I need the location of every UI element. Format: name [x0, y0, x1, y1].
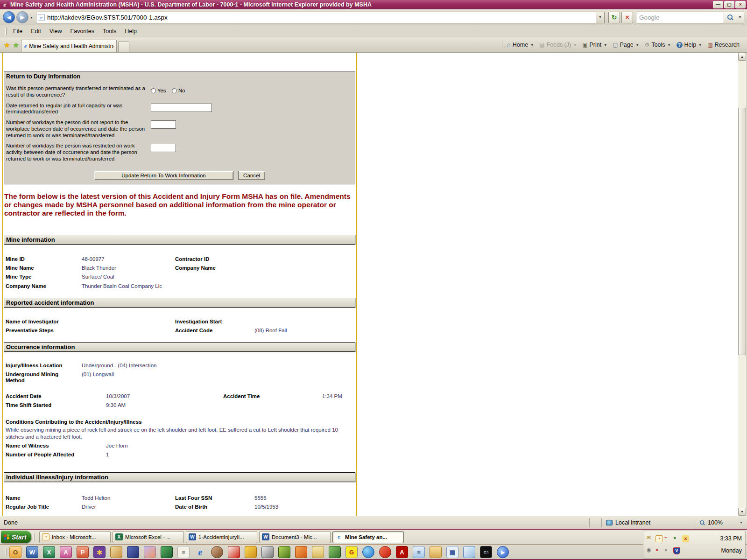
clock-tray-icon[interactable]: ◔: [655, 535, 662, 542]
menu-item[interactable]: Help: [120, 26, 141, 36]
menu-item[interactable]: Favorites: [66, 26, 99, 36]
date-returned-input[interactable]: [151, 104, 212, 112]
menu-item[interactable]: File: [9, 26, 27, 36]
close-button[interactable]: ×: [735, 1, 746, 8]
notepad-quicklaunch-icon[interactable]: ≡: [413, 546, 425, 558]
access-key-quicklaunch-icon[interactable]: A: [60, 546, 72, 558]
return-to-duty-title: Return to Duty Information: [4, 71, 355, 85]
quick-launch-row: OWXAP∗≡eGA≡▦C:\▶: [0, 545, 747, 560]
search-input[interactable]: [636, 14, 724, 21]
error-x-tray-icon[interactable]: ×: [655, 547, 662, 554]
reader-quicklaunch-icon[interactable]: ▦: [446, 546, 458, 558]
section-header-occurrence: Occurrence information: [4, 342, 355, 352]
machine-character-quicklaunch-icon[interactable]: [161, 546, 173, 558]
search-options-caret-icon[interactable]: ▼: [736, 12, 744, 23]
volume-tray-icon[interactable]: ◉: [647, 547, 654, 554]
woodpecker2-character-quicklaunch-icon[interactable]: [379, 546, 391, 558]
command-prompt-quicklaunch-icon[interactable]: C:\: [480, 546, 492, 558]
zoom-magnifier-icon: [700, 520, 705, 525]
update-return-to-work-button[interactable]: Update Return To Work Information: [94, 171, 233, 180]
tools-button[interactable]: ⚙ Tools▼: [642, 40, 674, 50]
browser-tab-active[interactable]: e Mine Safety and Health Administration …: [21, 40, 117, 52]
address-field[interactable]: e http://lakdev3/EGov.STST.501/7000-1.as…: [36, 12, 605, 23]
folder-search-quicklaunch-icon[interactable]: [312, 546, 324, 558]
new-tab-stub[interactable]: [118, 42, 129, 52]
tiger-character-quicklaunch-icon[interactable]: [295, 546, 307, 558]
clock-day: Monday: [707, 547, 742, 554]
favorites-star-icon[interactable]: ★: [4, 42, 10, 49]
cat-character-quicklaunch-icon[interactable]: [261, 546, 274, 558]
acrobat-quicklaunch-icon[interactable]: A: [396, 546, 408, 558]
cancel-button[interactable]: Cancel: [238, 171, 265, 180]
globe-sync-quicklaunch-icon[interactable]: [362, 546, 374, 558]
search-button[interactable]: [724, 12, 736, 23]
address-bar: ◀ ▶ ▼ e http://lakdev3/EGov.STST.501/700…: [0, 9, 747, 25]
signal-tray-icon[interactable]: ~: [664, 535, 671, 542]
document-edit-quicklaunch-icon[interactable]: [463, 546, 475, 558]
media-player-quicklaunch-icon[interactable]: ▶: [497, 546, 509, 558]
taskbar-button-excel[interactable]: X Microsoft Excel - ...: [113, 531, 184, 543]
minimize-button[interactable]: —: [713, 1, 723, 8]
vertical-scrollbar[interactable]: ▲ ▼: [738, 53, 746, 516]
workdays-restricted-input[interactable]: [151, 144, 176, 152]
g-arrow-quicklaunch-icon[interactable]: G: [345, 546, 358, 558]
zoom-level: 100%: [708, 519, 723, 526]
back-button[interactable]: ◀: [3, 11, 15, 23]
woodpecker-character-quicklaunch-icon[interactable]: [228, 546, 240, 558]
maximize-button[interactable]: ▢: [724, 1, 734, 8]
taskbar-button-ie-mine-safety[interactable]: e Mine Safety an...: [332, 531, 404, 543]
menu-item[interactable]: Edit: [27, 26, 45, 36]
excel-quicklaunch-icon[interactable]: X: [43, 546, 55, 558]
newspaper-quicklaunch-icon[interactable]: ≡: [177, 546, 190, 558]
taskbar-button-word-document3[interactable]: W Document3 - Mic...: [259, 531, 331, 543]
occurrence-time-fields: Accident Date10/3/2007 Accident Time1:34…: [6, 393, 353, 408]
key-disabled-tray-icon[interactable]: ×: [682, 535, 689, 542]
duck-character-quicklaunch-icon[interactable]: [110, 546, 122, 558]
squirrel-character-quicklaunch-icon[interactable]: [211, 546, 223, 558]
stop-button[interactable]: ×: [621, 12, 633, 23]
radio-no[interactable]: [172, 88, 177, 93]
crest-quicklaunch-icon[interactable]: [127, 546, 139, 558]
help-button[interactable]: ? Help▼: [674, 40, 705, 50]
zoom-control[interactable]: 100% ▼: [695, 518, 747, 527]
mouse-tray-icon[interactable]: ●: [664, 547, 671, 554]
workdays-lost-input[interactable]: [151, 120, 176, 129]
folder-magnifier-quicklaunch-icon[interactable]: [430, 546, 442, 558]
zoom-caret-icon[interactable]: ▼: [740, 521, 743, 524]
radio-yes[interactable]: [151, 88, 156, 93]
feeds-button[interactable]: ▤ Feeds (J)▼: [536, 40, 579, 50]
scroll-down-arrow[interactable]: ▼: [738, 508, 746, 516]
outlook-quicklaunch-icon[interactable]: O: [9, 546, 21, 558]
pinwheel-quicklaunch-icon[interactable]: ∗: [93, 546, 106, 558]
add-favorite-icon[interactable]: ★: [13, 42, 19, 49]
page-button[interactable]: ▢ Page▼: [610, 40, 641, 50]
scrollbar-thumb[interactable]: [738, 108, 746, 355]
research-button[interactable]: ▥ Research: [705, 40, 742, 50]
start-button[interactable]: Start: [1, 531, 31, 543]
tab-ie-icon: e: [24, 43, 27, 50]
giraffe-character-quicklaunch-icon[interactable]: [245, 546, 257, 558]
recent-pages-caret-icon[interactable]: ▼: [30, 16, 33, 19]
tab-title: Mine Safety and Health Administration ..…: [29, 43, 113, 49]
taskbar-button-outlook-inbox[interactable]: ◔ Inbox - Microsoft...: [39, 531, 111, 543]
mail-tray-icon[interactable]: ✉: [647, 535, 654, 542]
bird-character-quicklaunch-icon[interactable]: [144, 546, 156, 558]
home-button[interactable]: ⌂ Home▼: [504, 40, 536, 50]
date-returned-label: Date returned to regular job at full cap…: [6, 103, 145, 116]
powerpoint-quicklaunch-icon[interactable]: P: [77, 546, 89, 558]
print-button[interactable]: ▣ Print▼: [579, 40, 610, 50]
frog-chart-quicklaunch-icon[interactable]: [329, 546, 341, 558]
grinch-character-quicklaunch-icon[interactable]: [278, 546, 290, 558]
menu-item[interactable]: Tools: [99, 26, 120, 36]
ie-quicklaunch-icon[interactable]: e: [194, 546, 206, 558]
antivirus-shield-tray-icon[interactable]: V: [673, 547, 680, 554]
spheres-tray-icon[interactable]: ●: [673, 535, 680, 542]
refresh-button[interactable]: ↻: [608, 12, 620, 23]
scroll-up-arrow[interactable]: ▲: [738, 53, 746, 61]
forward-button[interactable]: ▶: [16, 11, 28, 23]
menu-item[interactable]: View: [45, 26, 66, 36]
url-text[interactable]: http://lakdev3/EGov.STST.501/7000-1.aspx: [45, 14, 596, 21]
taskbar-button-word-accident-injury[interactable]: W 1-AccidentInjuryIl...: [186, 531, 257, 543]
address-dropdown-caret-icon[interactable]: ▼: [596, 12, 604, 23]
word-quicklaunch-icon[interactable]: W: [26, 546, 38, 558]
